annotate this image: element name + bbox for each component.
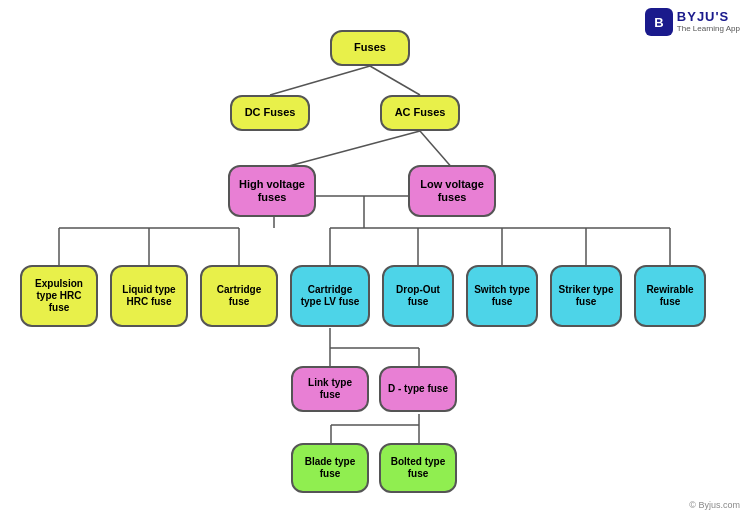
copyright: © Byjus.com [689, 500, 740, 510]
node-ac-fuses: AC Fuses [380, 95, 460, 131]
byjus-name: BYJU'S [677, 10, 740, 24]
node-low-voltage: Low voltage fuses [408, 165, 496, 217]
node-dropout: Drop-Out fuse [382, 265, 454, 327]
node-liquid: Liquid type HRC fuse [110, 265, 188, 327]
node-dc-fuses: DC Fuses [230, 95, 310, 131]
diagram: Fuses DC Fuses AC Fuses High voltage fus… [0, 0, 750, 516]
node-cartridge-fuse: Cartridge fuse [200, 265, 278, 327]
node-fuses: Fuses [330, 30, 410, 66]
byjus-tagline: The Learning App [677, 25, 740, 34]
svg-line-1 [370, 66, 420, 95]
byjus-icon: B [645, 8, 673, 36]
node-striker: Striker type fuse [550, 265, 622, 327]
byjus-text: BYJU'S The Learning App [677, 10, 740, 33]
node-switch-type: Switch type fuse [466, 265, 538, 327]
node-cartridge-lv: Cartridge type LV fuse [290, 265, 370, 327]
node-bolted-type: Bolted type fuse [379, 443, 457, 493]
node-link-type: Link type fuse [291, 366, 369, 412]
svg-line-0 [270, 66, 370, 95]
node-blade-type: Blade type fuse [291, 443, 369, 493]
node-expulsion: Expulsion type HRC fuse [20, 265, 98, 327]
node-high-voltage: High voltage fuses [228, 165, 316, 217]
byjus-logo: B BYJU'S The Learning App [645, 8, 740, 36]
node-rewirable: Rewirable fuse [634, 265, 706, 327]
node-d-type: D - type fuse [379, 366, 457, 412]
